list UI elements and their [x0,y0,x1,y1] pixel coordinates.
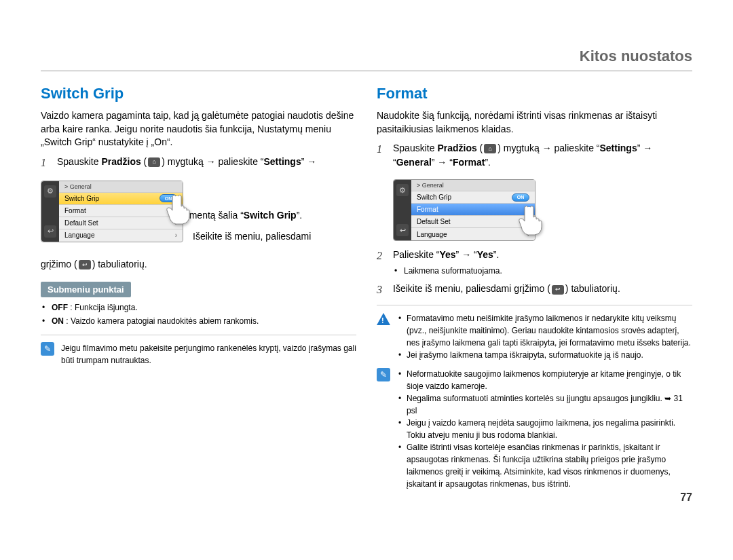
step-body: Spauskite Pradžios () mygtuką → palieski… [57,155,356,171]
step-2-left: elementą šalia “Switch Grip”. [176,208,356,223]
chevron-right-icon: › [175,219,177,227]
row-format[interactable]: Format› [59,205,183,217]
row-default-set[interactable]: Default Set› [59,217,183,229]
submenu-list: OFF : Funkcija išjungta. ON : Vaizdo kam… [41,301,356,327]
step-1-right: 1 Spauskite Pradžios () mygtuką → palies… [377,141,692,170]
txt: Switch Grip [244,210,297,221]
info-item: Jeigu į vaizdo kamerą neįdėta saugojimo … [407,417,692,441]
row-default-set[interactable]: Default Set› [411,216,535,228]
submenu-item-on: ON : Vaizdo kamera patogiai naudokitės a… [50,315,356,328]
txt: ON [52,316,64,326]
txt: ”. [485,157,491,168]
page-number: 77 [680,491,692,504]
txt: OFF [52,303,68,312]
txt: elementą šalia “ [176,210,244,221]
txt: ”. [297,210,303,221]
row-label: Switch Grip [417,193,451,201]
row-label: Format [64,207,86,214]
txt: Yes [477,249,493,260]
info-item: Galite ištrinti visas kortelėje esančias… [407,441,692,490]
toggle-on[interactable]: ON [512,193,529,202]
row-label: Language [64,231,95,239]
back-icon [552,285,564,295]
info-note-right: ✎ Neformatuokite saugojimo laikmenos kom… [377,368,692,490]
breadcrumb: > General [411,180,535,191]
txt: Yes [439,249,455,260]
txt: General [396,157,432,168]
txt: Išeikite iš meniu, paliesdami grįžimo ( [393,283,550,294]
row-label: Switch Grip [64,195,99,202]
step-num: 3 [377,282,386,298]
info-note-left: ✎ Jeigu filmavimo metu pakeisite perjung… [41,342,356,367]
txt: ” → “ [456,249,477,260]
row-label: Default Set [64,219,98,227]
back-icon: ↩ [396,224,409,236]
txt: ” → “ [432,157,453,168]
txt: ) tabuliatorių. [92,259,147,269]
txt: Settings [263,156,301,167]
chevron-right-icon: › [175,207,177,214]
chevron-right-icon: › [175,231,177,239]
info-icon: ✎ [377,368,390,381]
gear-icon: ⚙ [396,184,409,196]
row-language[interactable]: Language› [411,228,535,240]
step-1-left: 1 Spauskite Pradžios () mygtuką → palies… [41,155,356,171]
step-body: Išeikite iš meniu, paliesdami [193,229,356,246]
info-item: Negalima suformatuoti atminties kortelės… [407,392,692,417]
chevron-right-icon: › [527,231,529,238]
switch-grip-heading: Switch Grip [41,85,356,102]
txt: Palieskite “ [393,249,439,260]
txt: ” → [301,156,317,167]
txt: mygtuką → palieskite “ [165,156,264,167]
chevron-right-icon: › [527,218,529,225]
back-icon: ↩ [44,225,56,238]
switch-grip-intro: Vaizdo kamera pagaminta taip, kad ją gal… [41,109,356,149]
step-3-right: 3 Išeikite iš meniu, paliesdami grįžimo … [377,282,692,298]
back-icon [79,260,91,269]
txt: ”. [493,249,500,260]
txt: Settings [599,143,637,153]
row-language[interactable]: Language› [59,229,183,242]
settings-panel-format: ⚙ ↩ > General Switch Grip ON Format› Def… [393,179,535,241]
warning-note: Formatavimo metu neišimkite įrašymo laik… [377,312,692,361]
txt: : Funkcija išjungta. [68,303,138,312]
txt: grįžimo ( [41,259,77,269]
row-label: Format [417,206,438,213]
format-heading: Format [377,85,692,102]
switch-grip-section: Switch Grip Vaizdo kamera pagaminta taip… [41,85,356,490]
step-2b-right: Laikmena suformatuojama. [402,265,692,278]
step-num: 1 [377,141,386,170]
home-icon [148,157,160,167]
txt: ) tabuliatorių. [565,283,620,294]
warning-icon [377,312,390,326]
chevron-right-icon: › [527,206,529,213]
step-body: Palieskite “Yes” → “Yes”. Laikmena sufor… [393,248,692,278]
warn-item: Formatavimo metu neišimkite įrašymo laik… [407,312,692,349]
txt: Format [453,157,485,168]
step-num: 2 [377,248,386,278]
note-body: Jeigu filmavimo metu pakeisite perjungim… [61,342,356,367]
toggle-on[interactable]: ON [159,194,177,202]
warn-item: Jei įrašymo laikmena tampa iškraipyta, s… [407,349,692,361]
txt: mygtuką → palieskite “ [501,143,600,153]
step-3b-left: grįžimo () tabuliatorių. [41,258,356,272]
row-label: Default Set [417,218,450,225]
txt: Pradžios [101,156,140,167]
row-format[interactable]: Format› [411,204,535,216]
txt: Spauskite [393,143,437,153]
txt: : Vaizdo kamera patogiai naudokitės abie… [64,316,259,326]
row-switch-grip[interactable]: Switch Grip ON [411,191,535,204]
format-section: Format Naudokite šią funkciją, norėdami … [377,85,692,490]
step-body: Spauskite Pradžios () mygtuką → palieski… [393,141,692,170]
home-icon [484,144,496,153]
txt: Spauskite [57,156,101,167]
settings-panel-switch-grip: ⚙ ↩ > General Switch Grip ON Format› Def… [41,181,183,242]
step-body: elementą šalia “Switch Grip”. [176,208,356,223]
page-title: Kitos nuostatos [41,48,692,71]
row-switch-grip[interactable]: Switch Grip ON [59,193,183,205]
format-intro: Naudokite šią funkciją, norėdami ištrint… [377,109,692,136]
submenu-bar: Submeniu punktai [41,282,131,297]
info-icon: ✎ [41,342,54,356]
info-item: Neformatuokite saugojimo laikmenos kompi… [407,368,692,392]
gear-icon: ⚙ [44,185,56,198]
